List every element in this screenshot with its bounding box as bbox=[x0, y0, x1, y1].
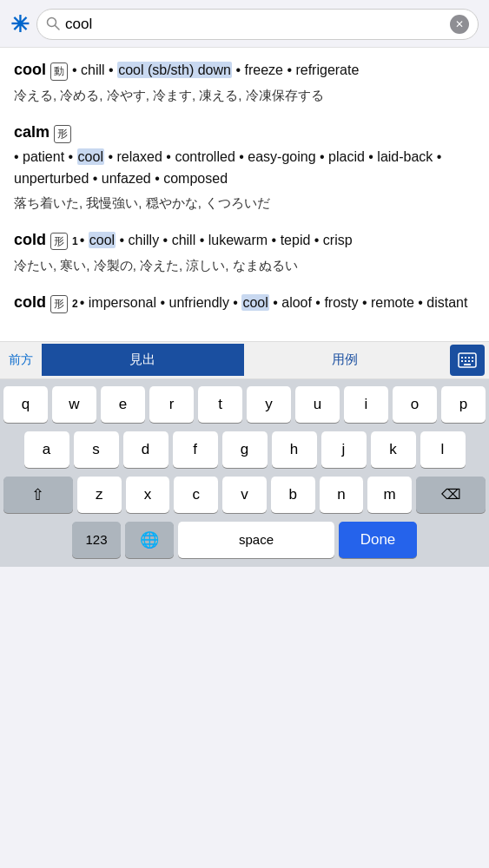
japanese-cold-1: 冷たい, 寒い, 冷製の, 冷えた, 涼しい, なまぬるい bbox=[14, 255, 475, 275]
key-y[interactable]: y bbox=[247, 386, 291, 423]
key-l[interactable]: l bbox=[420, 431, 466, 468]
headword-cold-1: cold bbox=[14, 228, 46, 253]
keyboard-row-4: 123 🌐 space Done bbox=[3, 522, 486, 558]
key-h[interactable]: h bbox=[272, 431, 317, 468]
key-w[interactable]: w bbox=[52, 386, 96, 423]
def-cold-1: • cool • chilly • chill • lukewarm • tep… bbox=[80, 230, 353, 252]
key-u[interactable]: u bbox=[295, 386, 340, 423]
svg-rect-11 bbox=[464, 364, 471, 365]
key-c[interactable]: c bbox=[174, 477, 218, 513]
svg-line-1 bbox=[56, 25, 60, 30]
done-key[interactable]: Done bbox=[339, 522, 417, 558]
key-e[interactable]: e bbox=[101, 386, 145, 423]
key-t[interactable]: t bbox=[198, 386, 242, 423]
results-area: cool 動 • chill • cool (sb/sth) down • fr… bbox=[0, 47, 489, 341]
search-input[interactable] bbox=[65, 16, 445, 33]
key-n[interactable]: n bbox=[320, 477, 364, 513]
svg-rect-10 bbox=[472, 360, 473, 362]
key-a[interactable]: a bbox=[24, 431, 69, 468]
svg-rect-4 bbox=[465, 357, 466, 358]
tab-yourei[interactable]: 用例 bbox=[244, 344, 446, 376]
superscript-2: 2 bbox=[72, 296, 78, 312]
entry-cold-adj1: cold 形1 • cool • chilly • chill • lukewa… bbox=[14, 228, 475, 275]
clear-button[interactable]: ✕ bbox=[450, 15, 469, 34]
shift-key[interactable]: ⇧ bbox=[3, 477, 73, 513]
keyboard-toggle-button[interactable] bbox=[450, 345, 485, 376]
header: ✳ ✕ bbox=[0, 0, 489, 47]
svg-rect-7 bbox=[461, 360, 463, 362]
numbers-key[interactable]: 123 bbox=[72, 522, 121, 558]
pos-badge-cold-2: 形 bbox=[50, 295, 68, 313]
entry-cold-adj2: cold 形2 • impersonal • unfriendly • cool… bbox=[14, 291, 475, 315]
headword-calm: calm bbox=[14, 121, 50, 145]
key-g[interactable]: g bbox=[222, 431, 268, 468]
key-o[interactable]: o bbox=[393, 386, 437, 423]
key-r[interactable]: r bbox=[149, 386, 194, 423]
search-bar: ✕ bbox=[36, 9, 479, 40]
key-z[interactable]: z bbox=[77, 477, 122, 513]
superscript-1: 1 bbox=[72, 233, 78, 250]
key-v[interactable]: v bbox=[222, 477, 267, 513]
key-b[interactable]: b bbox=[271, 477, 315, 513]
search-icon bbox=[46, 16, 60, 33]
keyboard-row-1: q w e r t y u i o p bbox=[3, 386, 486, 423]
keyboard-row-2: a s d f g h j k l bbox=[3, 431, 486, 468]
svg-rect-8 bbox=[465, 360, 466, 362]
tab-prefix: 前方 bbox=[0, 345, 42, 375]
pos-badge-cold-1: 形 bbox=[50, 233, 68, 251]
svg-rect-5 bbox=[468, 357, 470, 358]
def-cold-2: • impersonal • unfriendly • cool • aloof… bbox=[80, 293, 468, 314]
tab-bar: 前方 見出 用例 bbox=[0, 341, 489, 379]
svg-rect-6 bbox=[472, 357, 473, 358]
key-q[interactable]: q bbox=[3, 386, 48, 423]
pos-badge-verb: 動 bbox=[50, 62, 68, 81]
key-p[interactable]: p bbox=[441, 386, 486, 423]
entry-calm-adj: calm 形 • patient • cool • relaxed • cont… bbox=[14, 121, 475, 213]
key-k[interactable]: k bbox=[371, 431, 416, 468]
key-x[interactable]: x bbox=[126, 477, 170, 513]
def-calm: • patient • cool • relaxed • controlled … bbox=[14, 147, 475, 190]
key-j[interactable]: j bbox=[321, 431, 367, 468]
headword-cool-verb: cool bbox=[14, 58, 46, 82]
pos-badge-calm: 形 bbox=[54, 125, 71, 143]
tab-midashi[interactable]: 見出 bbox=[42, 344, 244, 376]
space-key[interactable]: space bbox=[178, 522, 334, 558]
keyboard-row-3: ⇧ z x c v b n m ⌫ bbox=[3, 477, 486, 513]
svg-rect-3 bbox=[461, 357, 463, 358]
svg-rect-9 bbox=[468, 360, 470, 362]
key-d[interactable]: d bbox=[123, 431, 169, 468]
keyboard: q w e r t y u i o p a s d f g h j k l ⇧ … bbox=[0, 379, 489, 567]
entry-cool-verb: cool 動 • chill • cool (sb/sth) down • fr… bbox=[14, 58, 475, 105]
japanese-calm: 落ち着いた, 我慢強い, 穏やかな, くつろいだ bbox=[14, 193, 475, 213]
app-logo: ✳ bbox=[10, 11, 30, 38]
key-m[interactable]: m bbox=[367, 477, 412, 513]
key-i[interactable]: i bbox=[344, 386, 388, 423]
key-s[interactable]: s bbox=[74, 431, 119, 468]
def-cool-verb: • chill • cool (sb/sth) down • freeze • … bbox=[72, 60, 359, 82]
key-f[interactable]: f bbox=[173, 431, 218, 468]
headword-cold-2: cold bbox=[14, 291, 46, 315]
japanese-cool-verb: 冷える, 冷める, 冷やす, 冷ます, 凍える, 冷凍保存する bbox=[14, 85, 475, 105]
globe-key[interactable]: 🌐 bbox=[125, 522, 174, 558]
delete-key[interactable]: ⌫ bbox=[416, 477, 486, 513]
